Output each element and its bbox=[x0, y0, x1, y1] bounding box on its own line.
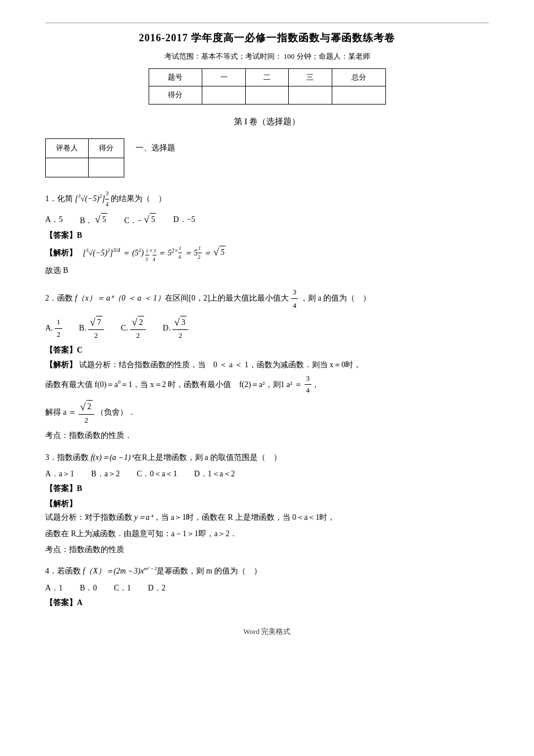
score-table-header-4: 总分 bbox=[332, 68, 385, 86]
section1-title: 第 I 卷（选择题） bbox=[45, 115, 489, 128]
grader-header-0: 评卷人 bbox=[46, 139, 89, 158]
question-2-note3: 考点：指数函数的性质． bbox=[45, 429, 489, 442]
top-divider bbox=[45, 23, 489, 23]
q1-analysis-math: [3√(−5)2]3/4 ＝ (52) 13 × 34 ＝ 52×14 ＝ 51… bbox=[83, 249, 226, 257]
q4-opt-b: B．0 bbox=[80, 582, 97, 594]
page-title: 2016-2017 学年度高一必修一指数函数与幂函数练考卷 bbox=[45, 30, 489, 46]
grader-cell-1 bbox=[89, 158, 124, 177]
q2-opt-a: A. 1 2 bbox=[45, 316, 62, 341]
q4-opt-a: A．1 bbox=[45, 582, 63, 594]
question-1-analysis: 【解析】 [3√(−5)2]3/4 ＝ (52) 13 × 34 ＝ 52×14… bbox=[45, 244, 489, 263]
score-table-header-1: 一 bbox=[202, 68, 245, 86]
analysis-label-2: 【解析】 bbox=[45, 360, 77, 369]
grader-cell-0 bbox=[46, 158, 89, 177]
sqrt-5-c: √5 bbox=[144, 213, 157, 226]
question-4-answer: 【答案】A bbox=[45, 597, 489, 609]
question-3-note1: 试题分析：对于指数函数 y＝aˣ，当 a＞1时，函数在 R 上是增函数，当 0＜… bbox=[45, 511, 489, 524]
question-1: 1．化简 [3√(−5)2]34 的结果为（ ） A．5 B． √5 C．− √… bbox=[45, 189, 489, 277]
score-cell-2 bbox=[245, 86, 288, 105]
q1-opt-b: B． √5 bbox=[80, 213, 107, 227]
question-2-note1: 函数有最大值 f(0)＝a0＝1，当 x＝2 时，函数有最小值 f(2)＝a²，… bbox=[45, 373, 489, 397]
fraction-3-4: 3 4 bbox=[291, 285, 298, 312]
frac-1-2: 1 2 bbox=[55, 316, 62, 341]
q1-opt-a: A．5 bbox=[45, 214, 63, 226]
question-3-options: A．a＞1 B．a＞2 C．0＜a＜1 D．1＜a＜2 bbox=[45, 468, 489, 480]
question-1-stem: 1．化简 [3√(−5)2]34 的结果为（ ） bbox=[45, 189, 489, 210]
question-3-note2: 函数在 R上为减函数．由题意可知：a－1＞1即，a＞2． bbox=[45, 528, 489, 540]
q1-math: [3√(−5)2]34 bbox=[75, 194, 111, 203]
section-label: 一、选择题 bbox=[136, 138, 175, 154]
question-1-note: 故选 B bbox=[45, 264, 489, 277]
question-3-answer: 【答案】B bbox=[45, 483, 489, 495]
question-3: 3．指数函数 f(x)＝(a－1)ˣ在R上是增函数，则 a 的取值范围是（ ） … bbox=[45, 450, 489, 557]
question-2-options: A. 1 2 B. √7 2 C. √2 2 D. bbox=[45, 316, 489, 342]
question-3-analysis-label: 【解析】 bbox=[45, 498, 489, 510]
question-1-options: A．5 B． √5 C．− √5 D．−5 bbox=[45, 213, 489, 227]
question-2: 2．函数 f（x）＝ aˣ（0 ＜ a ＜ 1）在区间[0，2]上的最大值比最小… bbox=[45, 285, 489, 442]
score-table: 题号 一 二 三 总分 得分 bbox=[149, 68, 386, 105]
question-4-options: A．1 B．0 C．1 D．2 bbox=[45, 582, 489, 594]
score-cell-1 bbox=[202, 86, 245, 105]
q4-opt-d: D．2 bbox=[148, 582, 166, 594]
grader-table: 评卷人 得分 bbox=[45, 138, 124, 177]
score-table-header-0: 题号 bbox=[149, 68, 202, 86]
frac-sqrt7-2: √7 2 bbox=[88, 316, 104, 342]
score-cell-3 bbox=[289, 86, 332, 105]
question-2-answer: 【答案】C bbox=[45, 344, 489, 357]
q3-opt-d: D．1＜a＜2 bbox=[194, 468, 235, 480]
q1-opt-d: D．−5 bbox=[173, 214, 195, 226]
q1-opt-c: C．− √5 bbox=[124, 213, 157, 227]
question-2-stem: 2．函数 f（x）＝ aˣ（0 ＜ a ＜ 1）在区间[0，2]上的最大值比最小… bbox=[45, 285, 489, 312]
score-cell-total bbox=[332, 86, 385, 105]
question-2-note2: 解得 a ＝ √2 2 （负舍）． bbox=[45, 400, 489, 426]
question-1-answer: 【答案】B bbox=[45, 229, 489, 242]
sqrt-5-ans: √5 bbox=[214, 246, 226, 259]
q3-opt-b: B．a＞2 bbox=[91, 468, 120, 480]
q2-opt-c: C. √2 2 bbox=[121, 316, 146, 342]
frac-sqrt2-2: √2 2 bbox=[130, 316, 146, 342]
footer: Word 完美格式 bbox=[45, 626, 489, 638]
frac-sqrt3-2: √3 2 bbox=[172, 316, 188, 342]
exam-info: 考试范围：基本不等式；考试时间： 100 分钟；命题人：某老师 bbox=[45, 51, 489, 63]
q2-opt-b: B. √7 2 bbox=[79, 316, 104, 342]
score-table-header-2: 二 bbox=[245, 68, 288, 86]
question-2-analysis: 【解析】 试题分析：结合指数函数的性质，当 0 ＜ a ＜ 1，函数为减函数．则… bbox=[45, 359, 489, 371]
question-3-stem: 3．指数函数 f(x)＝(a－1)ˣ在R上是增函数，则 a 的取值范围是（ ） bbox=[45, 450, 489, 464]
analysis-label-1: 【解析】 bbox=[45, 249, 77, 257]
sqrt-5-b: √5 bbox=[95, 213, 107, 226]
q3-opt-a: A．a＞1 bbox=[45, 468, 74, 480]
q2-opt-d: D. √3 2 bbox=[163, 316, 188, 342]
q4-opt-c: C．1 bbox=[114, 582, 131, 594]
q3-opt-c: C．0＜a＜1 bbox=[137, 468, 177, 480]
score-row-label: 得分 bbox=[149, 86, 202, 105]
question-4-stem: 4．若函数 f（X）＝(2m－3)xm²－3是幂函数，则 m 的值为（ ） bbox=[45, 564, 489, 578]
question-4: 4．若函数 f（X）＝(2m－3)xm²－3是幂函数，则 m 的值为（ ） A．… bbox=[45, 564, 489, 609]
grader-header-1: 得分 bbox=[89, 139, 124, 158]
question-3-note3: 考点：指数函数的性质 bbox=[45, 544, 489, 556]
grader-row: 评卷人 得分 一、选择题 bbox=[45, 138, 489, 183]
score-table-header-3: 三 bbox=[289, 68, 332, 86]
